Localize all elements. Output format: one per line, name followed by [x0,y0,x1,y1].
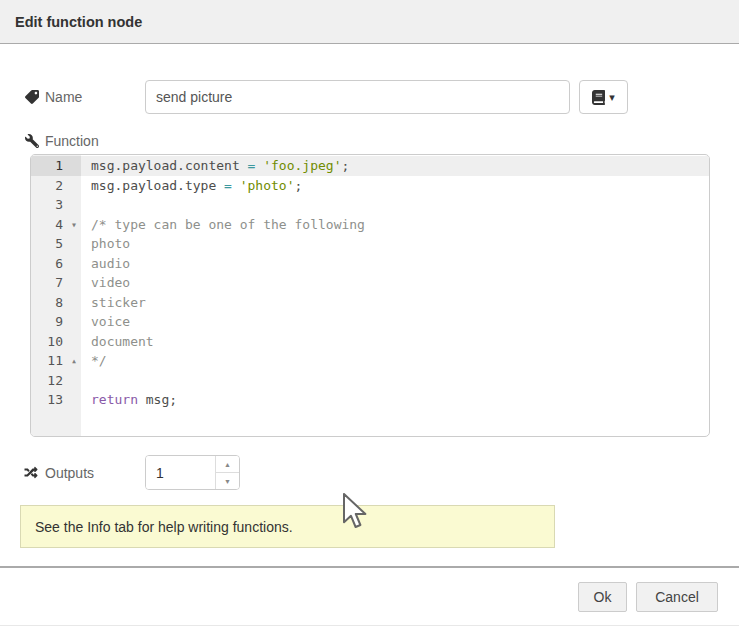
spinner-buttons: ▲ ▼ [215,456,239,489]
fold-spacer [67,312,81,332]
code-line-text: msg.payload.content = 'foo.jpeg'; [81,156,709,176]
code-line-text [81,371,709,391]
code-line-text: /* type can be one of the following [81,215,709,235]
code-line[interactable]: 4▾/* type can be one of the following [31,215,709,235]
code-line-text: document [81,332,709,352]
ok-button[interactable]: Ok [578,582,627,612]
fold-open-icon[interactable]: ▾ [67,215,81,235]
outputs-label-text: Outputs [45,465,94,481]
outputs-input[interactable] [146,456,215,489]
line-number-cell[interactable]: 12 [31,371,81,391]
outputs-spinner: ▲ ▼ [145,455,240,490]
line-number-cell[interactable]: 1 [31,156,81,176]
line-number-cell[interactable]: 7 [31,273,81,293]
code-editor[interactable]: 1msg.payload.content = 'foo.jpeg';2msg.p… [30,154,710,437]
code-line[interactable]: 6audio [31,254,709,274]
fold-spacer [67,332,81,352]
code-line[interactable]: 3 [31,195,709,215]
line-number: 1 [31,156,67,176]
outputs-label: Outputs [23,455,94,490]
library-button[interactable]: ▾ [579,80,628,114]
fold-spacer [67,195,81,215]
line-number: 3 [31,195,67,215]
line-number: 11 [31,351,67,371]
code-editor-content: 1msg.payload.content = 'foo.jpeg';2msg.p… [31,156,709,410]
code-line-text: voice [81,312,709,332]
shuffle-icon [23,466,39,479]
line-number-cell[interactable]: 2 [31,176,81,196]
fold-spacer [67,176,81,196]
line-number: 4 [31,215,67,235]
function-label-text: Function [45,133,99,149]
spinner-down-button[interactable]: ▼ [216,473,239,489]
line-number: 10 [31,332,67,352]
line-number-cell[interactable]: 13 [31,390,81,410]
code-line[interactable]: 9voice [31,312,709,332]
line-number: 12 [31,371,67,391]
line-number: 2 [31,176,67,196]
function-label: Function [25,131,99,151]
line-number: 9 [31,312,67,332]
code-line-text: return msg; [81,390,709,410]
line-number-cell[interactable]: 9 [31,312,81,332]
tag-icon [25,90,39,104]
book-icon [592,90,605,105]
line-number-cell[interactable]: 11▴ [31,351,81,371]
spinner-up-icon: ▲ [224,461,231,468]
code-line[interactable]: 2msg.payload.type = 'photo'; [31,176,709,196]
code-line[interactable]: 10document [31,332,709,352]
code-line[interactable]: 11▴*/ [31,351,709,371]
line-number-cell[interactable]: 4▾ [31,215,81,235]
fold-spacer [67,390,81,410]
code-line-text: msg.payload.type = 'photo'; [81,176,709,196]
spinner-down-icon: ▼ [224,478,231,485]
code-line-text [81,195,709,215]
code-line-text: sticker [81,293,709,313]
code-line-text: */ [81,351,709,371]
dialog-bottom-edge [0,625,739,626]
line-number-cell[interactable]: 5 [31,234,81,254]
code-line[interactable]: 5photo [31,234,709,254]
code-line[interactable]: 1msg.payload.content = 'foo.jpeg'; [31,156,709,176]
cancel-button[interactable]: Cancel [636,582,718,612]
code-line[interactable]: 8sticker [31,293,709,313]
footer-divider [0,566,739,568]
fold-spacer [67,156,81,176]
fold-spacer [67,371,81,391]
fold-spacer [67,234,81,254]
name-label-text: Name [45,89,82,105]
code-line-text: audio [81,254,709,274]
code-line[interactable]: 12 [31,371,709,391]
dialog-header: Edit function node [0,0,739,44]
info-tip: See the Info tab for help writing functi… [20,505,555,548]
name-label: Name [25,80,82,114]
line-number: 6 [31,254,67,274]
code-line-text: photo [81,234,709,254]
fold-close-icon[interactable]: ▴ [67,351,81,371]
info-tip-text: See the Info tab for help writing functi… [35,519,293,535]
line-number-cell[interactable]: 8 [31,293,81,313]
spinner-up-button[interactable]: ▲ [216,456,239,473]
code-line[interactable]: 13return msg; [31,390,709,410]
caret-down-icon: ▾ [609,92,615,103]
fold-spacer [67,254,81,274]
line-number-cell[interactable]: 6 [31,254,81,274]
line-number-cell[interactable]: 10 [31,332,81,352]
wrench-icon [25,134,39,148]
line-number: 7 [31,273,67,293]
edit-function-dialog: Edit function node Name ▾ Function 1msg.… [0,0,739,630]
fold-spacer [67,293,81,313]
code-line[interactable]: 7video [31,273,709,293]
line-number: 8 [31,293,67,313]
line-number: 13 [31,390,67,410]
code-line-text: video [81,273,709,293]
line-number-cell[interactable]: 3 [31,195,81,215]
dialog-title: Edit function node [15,0,142,44]
fold-spacer [67,273,81,293]
name-input[interactable] [145,80,570,114]
line-number: 5 [31,234,67,254]
